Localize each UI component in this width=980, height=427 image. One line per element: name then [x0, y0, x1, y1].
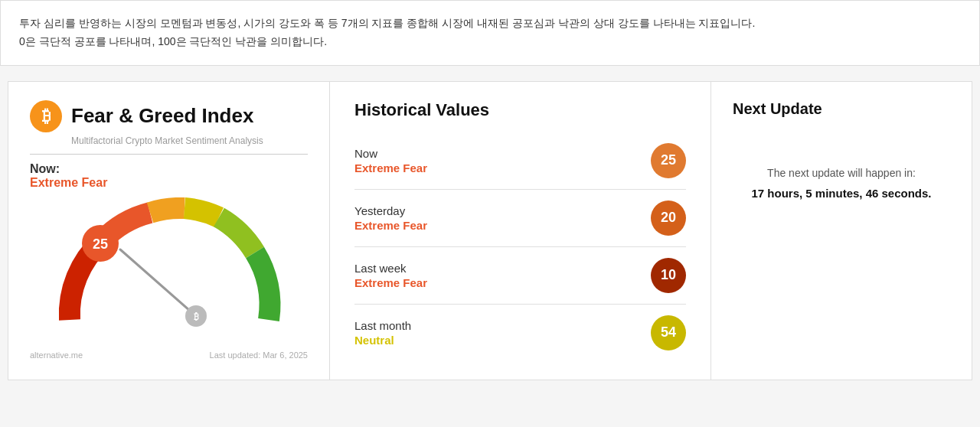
hist-label-yesterday: Yesterday — [354, 204, 427, 217]
gauge-needle — [120, 249, 196, 316]
next-update-time: 17 hours, 5 minutes, 46 seconds. — [733, 183, 950, 204]
fgi-now-line: Now: Extreme Fear — [30, 162, 308, 190]
fgi-updated: Last updated: Mar 6, 2025 — [210, 350, 308, 360]
hist-row-now: Now Extreme Fear 25 — [354, 132, 686, 190]
hist-row-lastmonth: Last month Neutral 54 — [354, 305, 686, 361]
bitcoin-icon: ₿ — [30, 100, 62, 132]
fgi-title: Fear & Greed Index — [71, 104, 253, 128]
svg-text:25: 25 — [92, 236, 107, 252]
hist-label-lastweek: Last week — [354, 262, 427, 275]
fgi-subtitle: Multifactorial Crypto Market Sentiment A… — [71, 135, 308, 146]
hist-bubble-lastweek: 10 — [651, 258, 686, 293]
historical-panel: Historical Values Now Extreme Fear 25 Ye… — [330, 82, 711, 380]
next-update-panel: Next Update The next update will happen … — [711, 82, 972, 380]
banner-line2: 0은 극단적 공포를 나타내며, 100은 극단적인 낙관을 의미합니다. — [19, 33, 961, 51]
next-update-description: The next update will happen in: — [733, 164, 950, 183]
fear-greed-panel: ₿ Fear & Greed Index Multifactorial Cryp… — [8, 82, 330, 380]
gauge-svg: ₿ 25 — [47, 197, 292, 343]
next-update-title: Next Update — [733, 100, 950, 118]
banner-line1: 투자 심리를 반영하는 시장의 모멘텀과 변동성, 시가의 강도와 폭 등 7개… — [19, 15, 961, 33]
historical-title: Historical Values — [354, 100, 686, 120]
fgi-divider — [30, 154, 308, 155]
hist-row-now-info: Now Extreme Fear — [354, 147, 427, 174]
info-banner: 투자 심리를 반영하는 시장의 모멘텀과 변동성, 시가의 강도와 폭 등 7개… — [0, 0, 980, 66]
main-content: ₿ Fear & Greed Index Multifactorial Cryp… — [8, 81, 972, 380]
hist-label-now: Now — [354, 147, 427, 160]
hist-bubble-lastmonth: 54 — [651, 315, 686, 350]
hist-row-yesterday-info: Yesterday Extreme Fear — [354, 204, 427, 232]
next-update-body: The next update will happen in: 17 hours… — [733, 164, 950, 204]
fgi-header: ₿ Fear & Greed Index — [30, 100, 308, 132]
svg-text:₿: ₿ — [193, 311, 198, 322]
hist-row-lastweek-info: Last week Extreme Fear — [354, 262, 427, 289]
gauge-container: ₿ 25 — [47, 197, 292, 343]
fgi-footer: alternative.me Last updated: Mar 6, 2025 — [30, 350, 308, 360]
hist-row-lastmonth-info: Last month Neutral — [354, 319, 411, 347]
fgi-now-value: Extreme Fear — [30, 176, 107, 189]
hist-sentiment-lastmonth: Neutral — [354, 334, 411, 347]
fgi-now-label: Now: — [30, 162, 60, 175]
hist-bubble-now: 25 — [651, 143, 686, 178]
hist-label-lastmonth: Last month — [354, 319, 411, 332]
hist-row-yesterday: Yesterday Extreme Fear 20 — [354, 190, 686, 247]
hist-bubble-yesterday: 20 — [651, 200, 686, 236]
fgi-source: alternative.me — [30, 350, 83, 360]
hist-sentiment-now: Extreme Fear — [354, 161, 427, 174]
hist-sentiment-lastweek: Extreme Fear — [354, 276, 427, 289]
hist-row-lastweek: Last week Extreme Fear 10 — [354, 247, 686, 305]
hist-sentiment-yesterday: Extreme Fear — [354, 219, 427, 232]
